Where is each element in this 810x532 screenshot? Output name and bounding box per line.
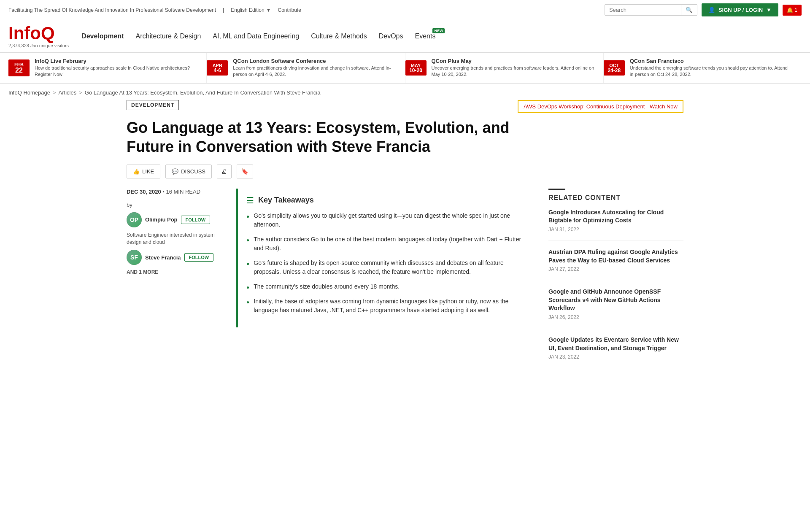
takeaway-item: The community's size doubles around ever… (246, 282, 527, 291)
logo-area: InfoQ 2,374,328 Jan unique visitors (8, 24, 69, 48)
discuss-label: DISCUSS (181, 168, 205, 175)
notification-button[interactable]: 🔔 1 (783, 5, 802, 16)
breadcrumb-sep1: > (53, 89, 56, 96)
event-title-feb: InfoQ Live February (35, 58, 198, 64)
main-header: InfoQ 2,374,328 Jan unique visitors Deve… (0, 20, 810, 53)
related-item-title-2[interactable]: Google and GitHub Announce OpenSSF Score… (548, 288, 683, 313)
related-item-date-3: JAN 23, 2022 (548, 354, 683, 360)
related-content: RELATED CONTENT Google Introduces Autosc… (548, 189, 683, 367)
bookmark-icon: 🔖 (241, 168, 248, 175)
related-item-date-0: JAN 31, 2022 (548, 227, 683, 232)
signup-label: SIGN UP / LOGIN (718, 7, 763, 13)
related-item-date-1: JAN 27, 2022 (548, 266, 683, 272)
event-title-oct: QCon San Francisco (630, 58, 793, 64)
aws-ad-banner[interactable]: AWS DevOps Workshop: Continuous Deployme… (518, 100, 683, 113)
event-date-apr: APR 4-6 (207, 60, 228, 76)
event-item-apr[interactable]: APR 4-6 QCon London Software Conference … (207, 53, 405, 83)
breadcrumb: InfoQ Homepage > Articles > Go Language … (0, 84, 810, 100)
takeaway-item: The author considers Go to be one of the… (246, 235, 527, 253)
takeaway-item: Initially, the base of adopters was comi… (246, 297, 527, 315)
tagline: Facilitating The Spread Of Knowledge And… (8, 7, 216, 13)
notification-count: 1 (794, 7, 797, 13)
top-bar: Facilitating The Spread Of Knowledge And… (0, 0, 810, 20)
main-nav: Development Architecture & Design AI, ML… (81, 32, 802, 40)
breadcrumb-home[interactable]: InfoQ Homepage (8, 89, 50, 96)
by-line: by (127, 202, 224, 208)
article-meta: DEC 30, 2020 • 16 MIN READ (127, 189, 224, 195)
search-button[interactable]: 🔍 (681, 5, 697, 15)
author-avatar-steve: SF (127, 250, 142, 265)
list-icon: ☰ (246, 195, 254, 205)
action-bar: 👍 LIKE 💬 DISCUSS 🖨 🔖 (127, 165, 683, 178)
author-item-steve: SF Steve Francia FOLLOW (127, 250, 224, 265)
sidebar-left: DEC 30, 2020 • 16 MIN READ by OP Olimpiu… (127, 189, 224, 275)
comment-icon: 💬 (172, 168, 178, 175)
event-info-apr: QCon London Software Conference Learn fr… (233, 58, 396, 78)
logo[interactable]: InfoQ (8, 24, 69, 42)
nav-ai-ml[interactable]: AI, ML and Data Engineering (213, 32, 299, 40)
author-item-olimpiu: OP Olimpiu Pop FOLLOW (127, 212, 224, 227)
search-icon: 🔍 (686, 7, 693, 13)
nav-events[interactable]: Events NEW (415, 32, 436, 40)
thumbs-up-icon: 👍 (133, 168, 140, 175)
top-bar-left: Facilitating The Spread Of Knowledge And… (8, 7, 301, 13)
event-title-apr: QCon London Software Conference (233, 58, 396, 64)
english-edition-selector[interactable]: English Edition ▼ (231, 7, 271, 13)
event-day: 22 (12, 67, 26, 74)
takeaway-item: Go's simplicity allows you to quickly ge… (246, 211, 527, 229)
new-badge: NEW (432, 28, 445, 33)
sidebar-right: RELATED CONTENT Google Introduces Autosc… (548, 189, 683, 375)
nav-devops[interactable]: DevOps (379, 32, 403, 40)
print-button[interactable]: 🖨 (217, 165, 232, 178)
nav-culture[interactable]: Culture & Methods (311, 32, 367, 40)
follow-button-steve[interactable]: FOLLOW (184, 253, 214, 262)
takeaway-item: Go's future is shaped by its open-source… (246, 259, 527, 276)
takeaways-title: Key Takeaways (258, 196, 314, 205)
and-more-label: AND 1 MORE (127, 269, 224, 275)
article-date: DEC 30, 2020 (127, 189, 161, 195)
event-date-may: MAY 10-20 (405, 60, 427, 76)
event-item-oct[interactable]: OCT 24-28 QCon San Francisco Understand … (604, 53, 802, 83)
related-item-date-2: JAN 26, 2022 (548, 314, 683, 320)
article-main: ☰ Key Takeaways Go's simplicity allows y… (236, 189, 536, 336)
follow-button-olimpiu[interactable]: FOLLOW (181, 216, 211, 224)
print-icon: 🖨 (221, 168, 227, 175)
discuss-button[interactable]: 💬 DISCUSS (165, 165, 212, 178)
event-desc-apr: Learn from practitioners driving innovat… (233, 65, 396, 78)
avatar-image: OP (127, 212, 142, 227)
author-name-olimpiu[interactable]: Olimpiu Pop (145, 216, 178, 223)
top-bar-right: 🔍 👤 SIGN UP / LOGIN ▼ 🔔 1 (605, 3, 802, 16)
related-item-0: Google Introduces Autoscaling for Cloud … (548, 208, 683, 240)
related-item-1: Austrian DPA Ruling against Google Analy… (548, 248, 683, 280)
nav-development[interactable]: Development (81, 32, 124, 40)
related-divider (548, 189, 565, 190)
category-badge[interactable]: DEVELOPMENT (127, 100, 179, 110)
takeaways-header: ☰ Key Takeaways (246, 195, 527, 205)
event-desc-may: Uncover emerging trends and practices fr… (432, 65, 595, 78)
article-header: DEVELOPMENT AWS DevOps Workshop: Continu… (127, 100, 683, 113)
author-name-steve[interactable]: Steve Francia (145, 254, 181, 261)
related-title: RELATED CONTENT (548, 194, 683, 202)
takeaways-list: Go's simplicity allows you to quickly ge… (246, 211, 527, 315)
event-day: 24-28 (607, 68, 621, 73)
event-desc-oct: Understand the emerging software trends … (630, 65, 793, 78)
contribute-link[interactable]: Contribute (278, 7, 301, 13)
nav-architecture[interactable]: Architecture & Design (136, 32, 201, 40)
breadcrumb-sep2: > (79, 89, 82, 96)
breadcrumb-articles[interactable]: Articles (59, 89, 77, 96)
related-item-title-1[interactable]: Austrian DPA Ruling against Google Analy… (548, 248, 683, 265)
search-input[interactable] (605, 5, 681, 15)
signup-login-button[interactable]: 👤 SIGN UP / LOGIN ▼ (702, 3, 778, 16)
bookmark-button[interactable]: 🔖 (237, 165, 253, 178)
event-info-may: QCon Plus May Uncover emerging trends an… (432, 58, 595, 78)
event-day: 4-6 (210, 68, 224, 73)
english-edition-label: English Edition (231, 7, 264, 13)
like-button[interactable]: 👍 LIKE (127, 165, 160, 178)
event-desc-feb: How do traditional security approaches s… (35, 65, 198, 78)
related-item-title-0[interactable]: Google Introduces Autoscaling for Cloud … (548, 208, 683, 225)
related-item-3: Google Updates its Eventarc Service with… (548, 336, 683, 367)
related-item-title-3[interactable]: Google Updates its Eventarc Service with… (548, 336, 683, 352)
event-item-may[interactable]: MAY 10-20 QCon Plus May Uncover emerging… (405, 53, 604, 83)
visitor-count: 2,374,328 Jan unique visitors (8, 43, 69, 48)
event-item-feb[interactable]: FEB 22 InfoQ Live February How do tradit… (8, 53, 207, 83)
